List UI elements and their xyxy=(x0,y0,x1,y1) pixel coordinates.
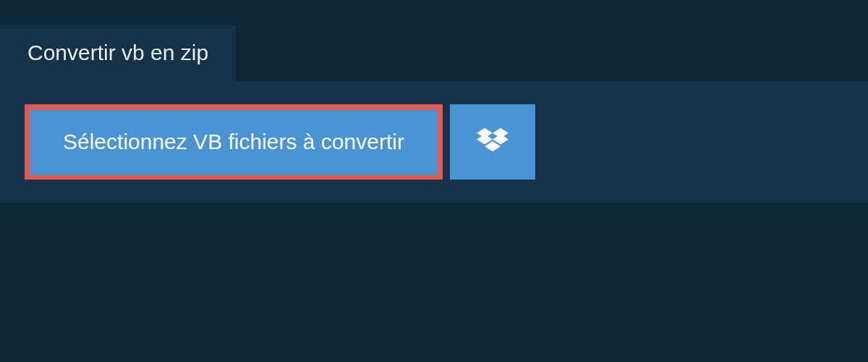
select-files-button[interactable]: Sélectionnez VB fichiers à convertir xyxy=(25,104,443,180)
select-files-label: Sélectionnez VB fichiers à convertir xyxy=(63,130,404,154)
converter-widget: Convertir vb en zip Sélectionnez VB fich… xyxy=(0,0,868,203)
dropbox-button[interactable] xyxy=(450,104,535,180)
tab-title-text: Convertir vb en zip xyxy=(27,41,208,64)
dropbox-icon xyxy=(477,127,509,156)
tab-title: Convertir vb en zip xyxy=(0,25,236,81)
button-row: Sélectionnez VB fichiers à convertir xyxy=(25,104,843,180)
content-panel: Sélectionnez VB fichiers à convertir xyxy=(0,81,868,203)
